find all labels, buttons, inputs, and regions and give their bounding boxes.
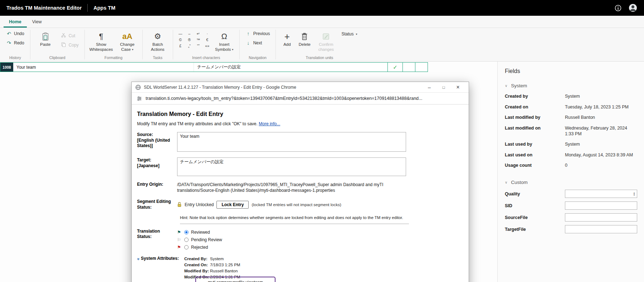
custom-section-label: Custom <box>511 180 528 185</box>
undo-button[interactable]: ↶ Undo <box>4 30 27 38</box>
flag-pending-icon: ⚐ <box>177 237 182 242</box>
char-button[interactable]: — <box>176 31 185 37</box>
tab-view[interactable]: View <box>27 16 47 28</box>
char-button[interactable]: “” <box>194 43 203 49</box>
pending-review-label: Pending Review <box>191 237 222 242</box>
char-button[interactable]: „“ <box>185 43 194 49</box>
caret-down-icon: ▾ <box>132 48 133 51</box>
more-info-link[interactable]: More info... <box>259 121 280 126</box>
redo-button[interactable]: ↷ Redo <box>4 39 27 47</box>
quality-spinner[interactable]: ▴▾ <box>631 190 637 198</box>
char-button[interactable]: £ <box>176 43 185 49</box>
caret-down-icon: ▾ <box>232 48 233 51</box>
app-root: Trados TM Maintenance Editor Apps TM <box>0 0 644 282</box>
char-button[interactable]: «» <box>203 43 211 49</box>
field-value: System <box>565 142 580 147</box>
flag-reviewed-icon: ⚑ <box>177 230 182 235</box>
sourcefile-input[interactable] <box>565 213 637 222</box>
status-dropdown[interactable]: Status ▾ <box>339 30 360 38</box>
ribbon-group-formatting: ¶ Show Whitespaces aA Change Case ▾ Form… <box>85 28 142 61</box>
ribbon-divider <box>173 30 173 59</box>
lock-entry-button[interactable]: Lock Entry <box>216 201 249 209</box>
status-option-rejected: ⚑ Rejected <box>177 245 406 250</box>
ribbon-divider <box>239 30 240 59</box>
char-button[interactable]: ® <box>185 37 194 43</box>
field-row: Last modified by Russell Banton <box>505 112 637 123</box>
reviewed-radio[interactable] <box>184 230 189 234</box>
quality-input[interactable] <box>565 190 637 198</box>
url-text[interactable]: translation.ti.com/ws-legacy/tools_tm_en… <box>146 96 422 101</box>
chevron-down-icon: ∨ <box>505 84 507 88</box>
field-label: Quality <box>505 191 565 196</box>
char-button[interactable]: © <box>176 37 185 43</box>
status-option-reviewed: ⚑ Reviewed <box>177 230 406 235</box>
expand-double-chevron-icon[interactable]: » <box>136 258 141 260</box>
copy-icon <box>61 42 67 48</box>
rejected-label: Rejected <box>191 245 208 250</box>
maximize-button[interactable]: □ <box>436 85 451 89</box>
field-label: SID <box>505 203 565 208</box>
sid-input[interactable] <box>565 201 637 210</box>
field-label: Last used on <box>505 152 565 157</box>
cut-button[interactable]: Cut <box>58 32 81 40</box>
system-attributes-row: » System Attributes: Created By:System C… <box>137 256 463 282</box>
copy-button[interactable]: Copy <box>58 41 81 49</box>
ribbon-group-history: ↶ Undo ↷ Redo History <box>1 28 30 61</box>
char-button[interactable]: ↵ <box>194 31 203 37</box>
chevron-down-icon: ∨ <box>505 180 507 184</box>
pending-review-radio[interactable] <box>184 238 189 242</box>
rejected-radio[interactable] <box>184 245 189 249</box>
close-button[interactable]: × <box>451 84 465 91</box>
confirm-changes-button[interactable]: Confirm changes <box>314 30 338 52</box>
char-button[interactable]: € <box>203 37 211 43</box>
ribbon: ↶ Undo ↷ Redo History <box>0 28 644 62</box>
source-textarea[interactable]: Your team <box>177 132 406 152</box>
system-section-header[interactable]: ∨ System <box>505 83 637 88</box>
paste-button[interactable]: Paste <box>34 30 57 47</box>
window-title-bar[interactable]: SDL WorldServer 11.4.2.127 - Translation… <box>132 82 469 93</box>
insert-symbols-button[interactable]: Ω Insert Symbols ▾ <box>213 30 236 52</box>
info-button[interactable] <box>613 3 623 13</box>
minimize-button[interactable]: – <box>422 84 436 90</box>
next-button[interactable]: ↓ Next <box>243 39 265 47</box>
redo-icon: ↷ <box>6 40 12 46</box>
targetfile-input[interactable] <box>565 225 637 233</box>
url-bar[interactable]: translation.ti.com/ws-legacy/tools_tm_en… <box>132 93 469 104</box>
entry-origin-row: Entry Origin: /DATA/Transport/Clients/Ma… <box>137 182 463 193</box>
change-case-button[interactable]: aA Change Case ▾ <box>116 30 139 52</box>
segment-extra-cell <box>415 63 428 72</box>
field-row: Last used on Monday, August 14, 2023 8:3… <box>505 150 637 161</box>
custom-field-row: Quality ▴▾ <box>505 188 637 200</box>
tab-home[interactable]: Home <box>4 16 27 28</box>
field-label: Last modified by <box>505 115 565 120</box>
field-label: Created by <box>505 94 565 99</box>
char-button[interactable]: ™ <box>194 37 203 43</box>
previous-button[interactable]: ↑ Previous <box>243 30 273 38</box>
avatar-icon <box>629 4 637 12</box>
field-label: Usage count <box>505 163 565 168</box>
paste-label: Paste <box>40 42 50 47</box>
segment-source-cell[interactable]: Your team <box>13 63 194 72</box>
batch-actions-button[interactable]: ⚙ Batch Actions <box>146 30 170 52</box>
custom-section-header[interactable]: ∨ Custom <box>505 180 637 185</box>
segment-target-cell[interactable]: チームメンバーの設定 <box>194 63 387 72</box>
field-value: System <box>565 94 580 99</box>
created-by-attr: Created By:System <box>184 256 413 262</box>
add-button[interactable]: + Add <box>279 30 295 47</box>
edit-entry-window: SDL WorldServer 11.4.2.127 - Translation… <box>131 82 469 282</box>
translation-status-row: Translation Status: ⚑ Reviewed ⚐ Pending… <box>137 229 463 252</box>
show-whitespaces-button[interactable]: ¶ Show Whitespaces <box>88 30 114 52</box>
field-value: 0 <box>565 163 567 169</box>
char-button[interactable]: – <box>185 31 194 37</box>
user-avatar[interactable] <box>628 3 638 13</box>
previous-label: Previous <box>253 31 270 36</box>
arrow-down-icon: ↓ <box>245 40 251 46</box>
segment-row[interactable]: 1008 Your team チームメンバーの設定 ✓ <box>0 62 428 72</box>
delete-button[interactable]: Delete <box>296 30 313 47</box>
char-button[interactable]: · <box>203 31 211 37</box>
pilcrow-icon: ¶ <box>99 31 103 42</box>
target-textarea[interactable]: チームメンバーの設定 <box>177 157 406 176</box>
segment-extra-cell <box>402 63 415 72</box>
window-title: SDL WorldServer 11.4.2.127 - Translation… <box>144 85 296 90</box>
entry-origin-label: Entry Origin: <box>137 182 177 193</box>
